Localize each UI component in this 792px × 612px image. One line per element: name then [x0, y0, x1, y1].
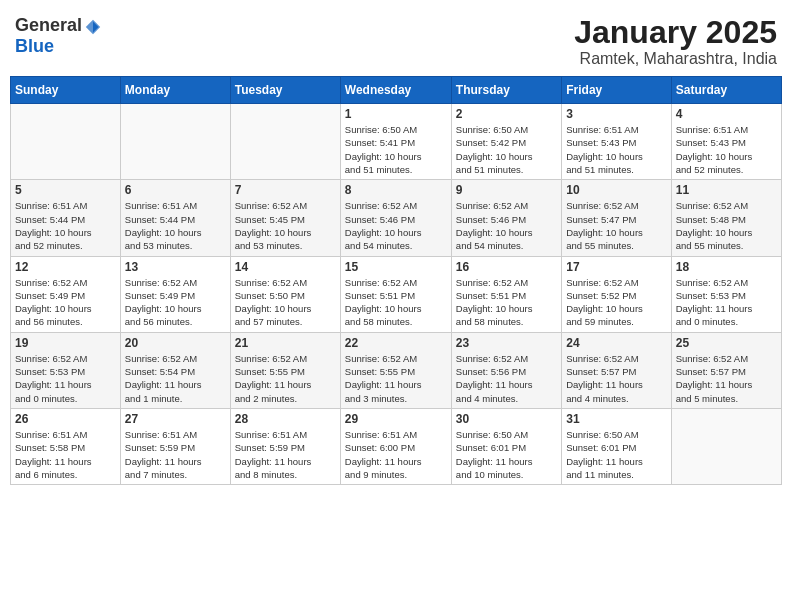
- day-number: 17: [566, 260, 666, 274]
- calendar-cell: 27Sunrise: 6:51 AM Sunset: 5:59 PM Dayli…: [120, 408, 230, 484]
- weekday-tuesday: Tuesday: [230, 77, 340, 104]
- day-info: Sunrise: 6:52 AM Sunset: 5:51 PM Dayligh…: [345, 276, 447, 329]
- calendar-cell: 13Sunrise: 6:52 AM Sunset: 5:49 PM Dayli…: [120, 256, 230, 332]
- calendar-cell: 14Sunrise: 6:52 AM Sunset: 5:50 PM Dayli…: [230, 256, 340, 332]
- calendar-cell: 22Sunrise: 6:52 AM Sunset: 5:55 PM Dayli…: [340, 332, 451, 408]
- day-info: Sunrise: 6:51 AM Sunset: 5:59 PM Dayligh…: [235, 428, 336, 481]
- day-info: Sunrise: 6:52 AM Sunset: 5:53 PM Dayligh…: [15, 352, 116, 405]
- day-number: 18: [676, 260, 777, 274]
- weekday-header-row: SundayMondayTuesdayWednesdayThursdayFrid…: [11, 77, 782, 104]
- day-number: 15: [345, 260, 447, 274]
- day-number: 3: [566, 107, 666, 121]
- day-number: 26: [15, 412, 116, 426]
- month-title: January 2025: [574, 15, 777, 50]
- calendar-cell: 26Sunrise: 6:51 AM Sunset: 5:58 PM Dayli…: [11, 408, 121, 484]
- day-number: 25: [676, 336, 777, 350]
- day-info: Sunrise: 6:52 AM Sunset: 5:55 PM Dayligh…: [235, 352, 336, 405]
- day-info: Sunrise: 6:51 AM Sunset: 5:43 PM Dayligh…: [566, 123, 666, 176]
- weekday-monday: Monday: [120, 77, 230, 104]
- day-number: 31: [566, 412, 666, 426]
- title-section: January 2025 Ramtek, Maharashtra, India: [574, 15, 777, 68]
- day-number: 20: [125, 336, 226, 350]
- day-number: 5: [15, 183, 116, 197]
- logo-blue-text: Blue: [15, 36, 54, 57]
- day-info: Sunrise: 6:52 AM Sunset: 5:48 PM Dayligh…: [676, 199, 777, 252]
- day-number: 4: [676, 107, 777, 121]
- day-info: Sunrise: 6:52 AM Sunset: 5:46 PM Dayligh…: [345, 199, 447, 252]
- calendar-cell: 6Sunrise: 6:51 AM Sunset: 5:44 PM Daylig…: [120, 180, 230, 256]
- day-info: Sunrise: 6:52 AM Sunset: 5:52 PM Dayligh…: [566, 276, 666, 329]
- day-info: Sunrise: 6:51 AM Sunset: 6:00 PM Dayligh…: [345, 428, 447, 481]
- calendar-cell: 30Sunrise: 6:50 AM Sunset: 6:01 PM Dayli…: [451, 408, 561, 484]
- calendar-cell: 23Sunrise: 6:52 AM Sunset: 5:56 PM Dayli…: [451, 332, 561, 408]
- day-info: Sunrise: 6:51 AM Sunset: 5:43 PM Dayligh…: [676, 123, 777, 176]
- day-info: Sunrise: 6:52 AM Sunset: 5:49 PM Dayligh…: [125, 276, 226, 329]
- day-number: 11: [676, 183, 777, 197]
- day-number: 19: [15, 336, 116, 350]
- calendar-cell: 12Sunrise: 6:52 AM Sunset: 5:49 PM Dayli…: [11, 256, 121, 332]
- weekday-friday: Friday: [562, 77, 671, 104]
- day-info: Sunrise: 6:51 AM Sunset: 5:58 PM Dayligh…: [15, 428, 116, 481]
- day-number: 10: [566, 183, 666, 197]
- calendar-cell: [230, 104, 340, 180]
- page-header: General Blue January 2025 Ramtek, Mahara…: [10, 10, 782, 68]
- day-number: 21: [235, 336, 336, 350]
- weekday-sunday: Sunday: [11, 77, 121, 104]
- calendar-cell: 25Sunrise: 6:52 AM Sunset: 5:57 PM Dayli…: [671, 332, 781, 408]
- day-number: 7: [235, 183, 336, 197]
- calendar-week-2: 5Sunrise: 6:51 AM Sunset: 5:44 PM Daylig…: [11, 180, 782, 256]
- day-number: 22: [345, 336, 447, 350]
- day-info: Sunrise: 6:52 AM Sunset: 5:47 PM Dayligh…: [566, 199, 666, 252]
- calendar-cell: 4Sunrise: 6:51 AM Sunset: 5:43 PM Daylig…: [671, 104, 781, 180]
- calendar-cell: 5Sunrise: 6:51 AM Sunset: 5:44 PM Daylig…: [11, 180, 121, 256]
- logo: General Blue: [15, 15, 102, 57]
- day-number: 1: [345, 107, 447, 121]
- calendar-cell: 3Sunrise: 6:51 AM Sunset: 5:43 PM Daylig…: [562, 104, 671, 180]
- day-info: Sunrise: 6:52 AM Sunset: 5:46 PM Dayligh…: [456, 199, 557, 252]
- calendar-week-5: 26Sunrise: 6:51 AM Sunset: 5:58 PM Dayli…: [11, 408, 782, 484]
- day-info: Sunrise: 6:52 AM Sunset: 5:54 PM Dayligh…: [125, 352, 226, 405]
- calendar-cell: 16Sunrise: 6:52 AM Sunset: 5:51 PM Dayli…: [451, 256, 561, 332]
- calendar-cell: 28Sunrise: 6:51 AM Sunset: 5:59 PM Dayli…: [230, 408, 340, 484]
- day-number: 14: [235, 260, 336, 274]
- day-number: 29: [345, 412, 447, 426]
- day-info: Sunrise: 6:51 AM Sunset: 5:44 PM Dayligh…: [125, 199, 226, 252]
- day-info: Sunrise: 6:52 AM Sunset: 5:49 PM Dayligh…: [15, 276, 116, 329]
- day-info: Sunrise: 6:52 AM Sunset: 5:55 PM Dayligh…: [345, 352, 447, 405]
- location: Ramtek, Maharashtra, India: [574, 50, 777, 68]
- day-number: 9: [456, 183, 557, 197]
- calendar-cell: 21Sunrise: 6:52 AM Sunset: 5:55 PM Dayli…: [230, 332, 340, 408]
- day-number: 24: [566, 336, 666, 350]
- weekday-thursday: Thursday: [451, 77, 561, 104]
- calendar-week-3: 12Sunrise: 6:52 AM Sunset: 5:49 PM Dayli…: [11, 256, 782, 332]
- calendar-cell: 17Sunrise: 6:52 AM Sunset: 5:52 PM Dayli…: [562, 256, 671, 332]
- day-info: Sunrise: 6:52 AM Sunset: 5:57 PM Dayligh…: [676, 352, 777, 405]
- calendar-cell: 18Sunrise: 6:52 AM Sunset: 5:53 PM Dayli…: [671, 256, 781, 332]
- day-info: Sunrise: 6:52 AM Sunset: 5:51 PM Dayligh…: [456, 276, 557, 329]
- day-number: 23: [456, 336, 557, 350]
- day-info: Sunrise: 6:50 AM Sunset: 5:41 PM Dayligh…: [345, 123, 447, 176]
- calendar-week-4: 19Sunrise: 6:52 AM Sunset: 5:53 PM Dayli…: [11, 332, 782, 408]
- calendar-cell: 1Sunrise: 6:50 AM Sunset: 5:41 PM Daylig…: [340, 104, 451, 180]
- calendar-cell: 9Sunrise: 6:52 AM Sunset: 5:46 PM Daylig…: [451, 180, 561, 256]
- calendar-cell: 7Sunrise: 6:52 AM Sunset: 5:45 PM Daylig…: [230, 180, 340, 256]
- day-number: 2: [456, 107, 557, 121]
- day-info: Sunrise: 6:52 AM Sunset: 5:53 PM Dayligh…: [676, 276, 777, 329]
- calendar-table: SundayMondayTuesdayWednesdayThursdayFrid…: [10, 76, 782, 485]
- calendar-cell: 11Sunrise: 6:52 AM Sunset: 5:48 PM Dayli…: [671, 180, 781, 256]
- calendar-cell: 8Sunrise: 6:52 AM Sunset: 5:46 PM Daylig…: [340, 180, 451, 256]
- day-info: Sunrise: 6:50 AM Sunset: 6:01 PM Dayligh…: [456, 428, 557, 481]
- day-info: Sunrise: 6:51 AM Sunset: 5:44 PM Dayligh…: [15, 199, 116, 252]
- calendar-cell: 24Sunrise: 6:52 AM Sunset: 5:57 PM Dayli…: [562, 332, 671, 408]
- calendar-cell: 20Sunrise: 6:52 AM Sunset: 5:54 PM Dayli…: [120, 332, 230, 408]
- weekday-wednesday: Wednesday: [340, 77, 451, 104]
- calendar-cell: 29Sunrise: 6:51 AM Sunset: 6:00 PM Dayli…: [340, 408, 451, 484]
- calendar-cell: [11, 104, 121, 180]
- day-number: 30: [456, 412, 557, 426]
- day-number: 12: [15, 260, 116, 274]
- day-info: Sunrise: 6:52 AM Sunset: 5:45 PM Dayligh…: [235, 199, 336, 252]
- day-number: 13: [125, 260, 226, 274]
- weekday-saturday: Saturday: [671, 77, 781, 104]
- day-info: Sunrise: 6:51 AM Sunset: 5:59 PM Dayligh…: [125, 428, 226, 481]
- day-info: Sunrise: 6:52 AM Sunset: 5:50 PM Dayligh…: [235, 276, 336, 329]
